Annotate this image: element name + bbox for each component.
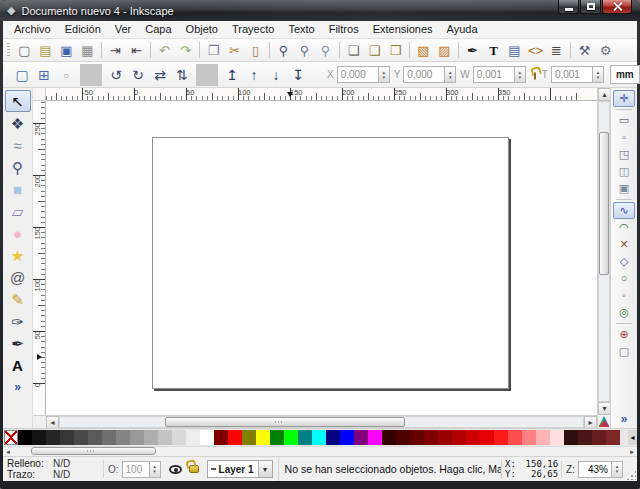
toolbar-drag-grip[interactable] bbox=[7, 43, 10, 57]
create-clone-icon[interactable]: ❑ bbox=[364, 40, 385, 60]
snapbar-overflow-chevron[interactable]: » bbox=[616, 412, 633, 428]
palette-swatch[interactable] bbox=[102, 430, 116, 445]
palette-swatch[interactable] bbox=[200, 430, 214, 445]
snap-path-intersections[interactable]: ✕ bbox=[613, 236, 635, 253]
height-field-input[interactable]: 0,001 bbox=[551, 66, 593, 83]
flip-vertical-icon[interactable]: ⇅ bbox=[171, 64, 193, 86]
palette-swatch[interactable] bbox=[396, 430, 410, 445]
3d-box-tool[interactable]: ▱ bbox=[5, 200, 31, 222]
dropdown-arrow-icon[interactable] bbox=[258, 461, 272, 477]
snap-bounding-box[interactable]: ▭ bbox=[613, 112, 635, 129]
palette-swatch[interactable] bbox=[368, 430, 382, 445]
new-document-icon[interactable]: ▢ bbox=[14, 40, 35, 60]
horizontal-scrollbar[interactable] bbox=[33, 415, 597, 428]
no-color-swatch[interactable] bbox=[4, 430, 18, 445]
snap-rotation-centers[interactable]: ⊕ bbox=[613, 326, 635, 343]
palette-scrollbar[interactable] bbox=[3, 446, 637, 456]
palette-swatch[interactable] bbox=[508, 430, 522, 445]
print-icon[interactable]: ▦ bbox=[77, 40, 98, 60]
ellipse-tool[interactable]: ● bbox=[5, 222, 31, 244]
snap-object-centers[interactable]: ◎ bbox=[613, 304, 635, 321]
palette-swatch[interactable] bbox=[312, 430, 326, 445]
snap-bbox-edge-midpoints[interactable]: ◫ bbox=[613, 163, 635, 180]
fill-value[interactable]: N/D bbox=[53, 458, 70, 469]
text-tool[interactable]: A bbox=[5, 354, 31, 376]
save-document-icon[interactable]: ▣ bbox=[56, 40, 77, 60]
unlink-clone-icon[interactable]: ❒ bbox=[385, 40, 406, 60]
palette-swatch[interactable] bbox=[452, 430, 466, 445]
snap-page-border[interactable]: ▢ bbox=[613, 343, 635, 360]
paste-icon[interactable]: ▯ bbox=[245, 40, 266, 60]
resize-grip[interactable] bbox=[623, 457, 637, 481]
layer-selector[interactable]: Layer 1 bbox=[207, 460, 273, 478]
palette-swatch[interactable] bbox=[494, 430, 508, 445]
snap-bbox-edges[interactable]: ▫ bbox=[613, 129, 635, 146]
palette-swatch[interactable] bbox=[298, 430, 312, 445]
raise-to-top-icon[interactable]: ↥ bbox=[221, 64, 243, 86]
spinner-arrows-icon[interactable] bbox=[379, 66, 390, 83]
rotate-ccw-icon[interactable]: ↺ bbox=[105, 64, 127, 86]
menu-item[interactable]: Capa bbox=[138, 21, 178, 38]
deselect-icon[interactable]: ▫ bbox=[55, 64, 77, 86]
stroke-value[interactable]: N/D bbox=[53, 469, 70, 480]
spinner-arrows-icon[interactable] bbox=[612, 461, 623, 478]
maximize-button[interactable] bbox=[580, 0, 601, 14]
menu-item[interactable]: Filtros bbox=[322, 21, 366, 38]
layers-dialog-icon[interactable]: ▤ bbox=[504, 40, 525, 60]
palette-swatch[interactable] bbox=[130, 430, 144, 445]
spinner-arrows-icon[interactable] bbox=[593, 66, 604, 83]
star-tool[interactable]: ★ bbox=[5, 244, 31, 266]
palette-swatch[interactable] bbox=[256, 430, 270, 445]
open-document-icon[interactable]: ▤ bbox=[35, 40, 56, 60]
palette-swatch[interactable] bbox=[214, 430, 228, 445]
snap-midpoints[interactable]: ◦ bbox=[613, 287, 635, 304]
palette-swatch[interactable] bbox=[480, 430, 494, 445]
horizontal-ruler[interactable]: -50050100150200250300350 bbox=[46, 88, 597, 101]
select-all-icon[interactable]: ▢ bbox=[11, 64, 33, 86]
palette-swatch[interactable] bbox=[172, 430, 186, 445]
menu-item[interactable]: Archivo bbox=[7, 21, 58, 38]
flip-horizontal-icon[interactable]: ⇄ bbox=[149, 64, 171, 86]
palette-swatch[interactable] bbox=[270, 430, 284, 445]
spinner-arrows-icon[interactable] bbox=[515, 66, 526, 83]
duplicate-icon[interactable]: ❏ bbox=[343, 40, 364, 60]
lower-to-bottom-icon[interactable]: ↧ bbox=[287, 64, 309, 86]
width-field-input[interactable]: 0,001 bbox=[473, 66, 515, 83]
palette-swatch[interactable] bbox=[438, 430, 452, 445]
palette-swatch[interactable] bbox=[466, 430, 480, 445]
palette-swatch[interactable] bbox=[32, 430, 46, 445]
select-all-layers-icon[interactable]: ⊞ bbox=[33, 64, 55, 86]
palette-swatch[interactable] bbox=[74, 430, 88, 445]
palette-scroll-left-icon[interactable] bbox=[628, 430, 637, 445]
menu-item[interactable]: Objeto bbox=[179, 21, 225, 38]
zoom-selection-icon[interactable]: ⚲ bbox=[273, 40, 294, 60]
horizontal-scroll-track[interactable] bbox=[59, 416, 584, 428]
layer-lock-icon[interactable] bbox=[189, 465, 199, 473]
menu-item[interactable]: Trayecto bbox=[225, 21, 281, 38]
redo-icon[interactable]: ↷ bbox=[175, 40, 196, 60]
palette-swatch[interactable] bbox=[578, 430, 592, 445]
palette-swatch[interactable] bbox=[606, 430, 620, 445]
snap-bbox-corners[interactable]: ◳ bbox=[613, 146, 635, 163]
palette-swatch[interactable] bbox=[564, 430, 578, 445]
menu-item[interactable]: Ver bbox=[108, 21, 139, 38]
palette-swatch[interactable] bbox=[326, 430, 340, 445]
zoom-tool[interactable]: ⚲ bbox=[5, 156, 31, 178]
vertical-ruler[interactable]: 250200150100500 bbox=[33, 101, 46, 415]
cut-icon[interactable]: ✂ bbox=[224, 40, 245, 60]
toolbox-overflow-chevron[interactable]: » bbox=[9, 380, 26, 394]
palette-swatch[interactable] bbox=[550, 430, 564, 445]
spinner-arrows-icon[interactable] bbox=[445, 66, 456, 83]
selector-tool[interactable]: ↖ bbox=[5, 90, 31, 112]
horizontal-scroll-thumb[interactable] bbox=[165, 417, 406, 427]
rotate-cw-icon[interactable]: ↻ bbox=[127, 64, 149, 86]
copy-icon[interactable]: ❐ bbox=[203, 40, 224, 60]
palette-swatch[interactable] bbox=[354, 430, 368, 445]
palette-swatch[interactable] bbox=[242, 430, 256, 445]
tweak-tool[interactable]: ≈ bbox=[5, 134, 31, 156]
palette-swatch[interactable] bbox=[60, 430, 74, 445]
zoom-page-icon[interactable]: ⚲ bbox=[315, 40, 336, 60]
preferences-icon[interactable]: ⚒ bbox=[574, 40, 595, 60]
vertical-scroll-track[interactable] bbox=[598, 101, 610, 402]
opacity-input[interactable]: 100 bbox=[122, 461, 150, 478]
